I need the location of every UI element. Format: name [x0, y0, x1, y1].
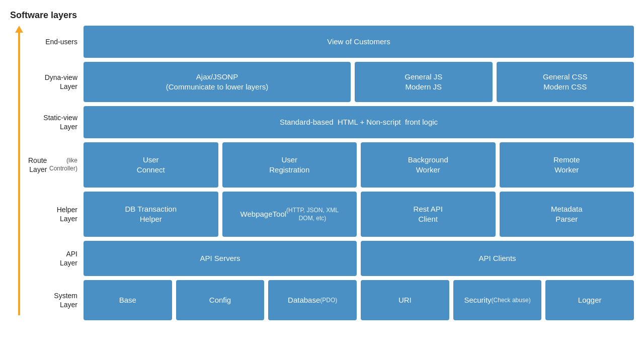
- box-background-worker: BackgroundWorker: [361, 142, 496, 188]
- box-api-clients: API Clients: [361, 241, 634, 276]
- box-security: Security(Check abuse): [453, 280, 542, 320]
- boxes-column: View of Customers Ajax/JSONP(Communicate…: [84, 26, 634, 320]
- box-config: Config: [176, 280, 265, 320]
- label-helper: HelperLayer: [28, 192, 84, 237]
- row-dynaview: Ajax/JSONP(Communicate to lower layers) …: [84, 62, 634, 102]
- box-general-css: General CSSModern CSS: [497, 62, 634, 102]
- row-route: UserConnect UserRegistration BackgroundW…: [84, 142, 634, 188]
- box-general-js: General JSModern JS: [355, 62, 493, 102]
- label-staticview: Static-viewLayer: [28, 106, 84, 138]
- label-endusers: End-users: [28, 26, 84, 58]
- box-view-of-customers: View of Customers: [84, 26, 634, 58]
- box-db-transaction-helper: DB TransactionHelper: [84, 192, 218, 237]
- row-helper: DB TransactionHelper WebpageTool(HTTP, J…: [84, 192, 634, 237]
- label-route: RouteLayer(like Controller): [28, 142, 84, 188]
- axis-arrow: [10, 31, 28, 315]
- box-logger: Logger: [545, 280, 634, 320]
- labels-column: End-users Dyna-viewLayer Static-viewLaye…: [28, 26, 84, 320]
- page-title: Software layers: [10, 10, 634, 21]
- box-ajax-jsonp: Ajax/JSONP(Communicate to lower layers): [84, 62, 351, 102]
- box-database: Database(PDO): [268, 280, 357, 320]
- box-webpage-tool: WebpageTool(HTTP, JSON, XMLDOM, etc): [222, 192, 357, 237]
- box-base: Base: [84, 280, 172, 320]
- box-remote-worker: RemoteWorker: [500, 142, 634, 188]
- label-system: SystemLayer: [28, 280, 84, 320]
- box-api-servers: API Servers: [84, 241, 357, 276]
- row-api: API Servers API Clients: [84, 241, 634, 276]
- label-dynaview: Dyna-viewLayer: [28, 62, 84, 102]
- label-api: APILayer: [28, 241, 84, 276]
- row-endusers: View of Customers: [84, 26, 634, 58]
- box-user-connect: UserConnect: [84, 142, 218, 188]
- box-metadata-parser: MetadataParser: [500, 192, 634, 237]
- box-uri: URI: [361, 280, 449, 320]
- box-user-registration: UserRegistration: [222, 142, 357, 188]
- row-system: Base Config Database(PDO) URI Security(C…: [84, 280, 634, 320]
- box-static-html: Standard-based HTML + Non-script front l…: [84, 106, 634, 138]
- row-staticview: Standard-based HTML + Non-script front l…: [84, 106, 634, 138]
- box-rest-api-client: Rest APIClient: [361, 192, 496, 237]
